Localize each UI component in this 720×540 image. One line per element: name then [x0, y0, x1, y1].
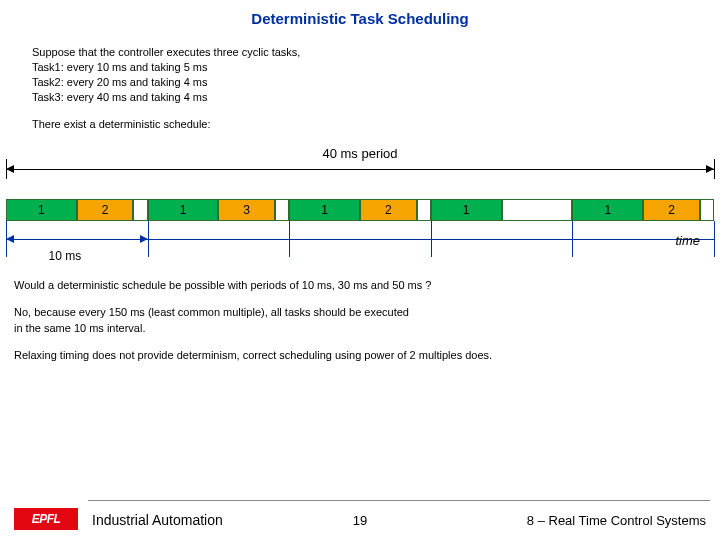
arrow-tick: [6, 159, 7, 179]
sub-period-label: 10 ms: [48, 249, 81, 263]
idle-slot: [502, 199, 573, 221]
idle-slot: [133, 199, 147, 221]
task-slot-1: 1: [6, 199, 77, 221]
intro-block: Suppose that the controller executes thr…: [32, 45, 720, 104]
task-slot-3: 3: [218, 199, 275, 221]
answer-line-b: in the same 10 ms interval.: [14, 322, 145, 334]
epfl-logo: EPFL: [14, 508, 78, 530]
period-label: 40 ms period: [0, 146, 720, 161]
sub-period-row: 10 ms time: [6, 233, 714, 251]
arrow-left-icon: [6, 165, 14, 173]
idle-slot: [700, 199, 714, 221]
period-arrow: [6, 163, 714, 177]
footer-right: 8 – Real Time Control Systems: [527, 513, 706, 528]
arrow-line: [6, 169, 714, 170]
time-axis-label: time: [675, 233, 700, 248]
question-line: Would a deterministic schedule be possib…: [14, 277, 720, 294]
answer-line-a: No, because every 150 ms (least common m…: [14, 306, 409, 318]
arrow-right-icon: [140, 235, 148, 243]
tick: [714, 221, 715, 257]
footer-page-number: 19: [353, 513, 367, 528]
task-slot-1: 1: [431, 199, 502, 221]
intro-line: Task1: every 10 ms and taking 5 ms: [32, 60, 720, 75]
task-slot-2: 2: [360, 199, 417, 221]
conclusion-line: Relaxing timing does not provide determi…: [14, 347, 720, 364]
footer-divider: [88, 500, 710, 501]
task-slot-1: 1: [289, 199, 360, 221]
body-block: Would a deterministic schedule be possib…: [14, 277, 720, 363]
task-slot-2: 2: [643, 199, 700, 221]
tick: [148, 221, 149, 257]
footer: EPFL Industrial Automation 19 8 – Real T…: [0, 500, 720, 532]
task-slot-1: 1: [572, 199, 643, 221]
tick: [431, 221, 432, 257]
footer-left: Industrial Automation: [92, 512, 223, 528]
exist-line: There exist a deterministic schedule:: [32, 118, 720, 130]
logo-text: EPFL: [32, 512, 61, 526]
answer-line: No, because every 150 ms (least common m…: [14, 304, 720, 337]
time-axis: [6, 239, 714, 240]
arrow-left-icon: [6, 235, 14, 243]
task-slot-2: 2: [77, 199, 134, 221]
intro-line: Task3: every 40 ms and taking 4 ms: [32, 90, 720, 105]
timeline-chart: 121312112: [6, 199, 714, 227]
idle-slot: [275, 199, 289, 221]
tick: [572, 221, 573, 257]
tick: [289, 221, 290, 257]
intro-line: Task2: every 20 ms and taking 4 ms: [32, 75, 720, 90]
arrow-tick: [714, 159, 715, 179]
intro-line: Suppose that the controller executes thr…: [32, 45, 720, 60]
arrow-right-icon: [706, 165, 714, 173]
idle-slot: [417, 199, 431, 221]
task-slot-1: 1: [148, 199, 219, 221]
page-title: Deterministic Task Scheduling: [0, 10, 720, 27]
